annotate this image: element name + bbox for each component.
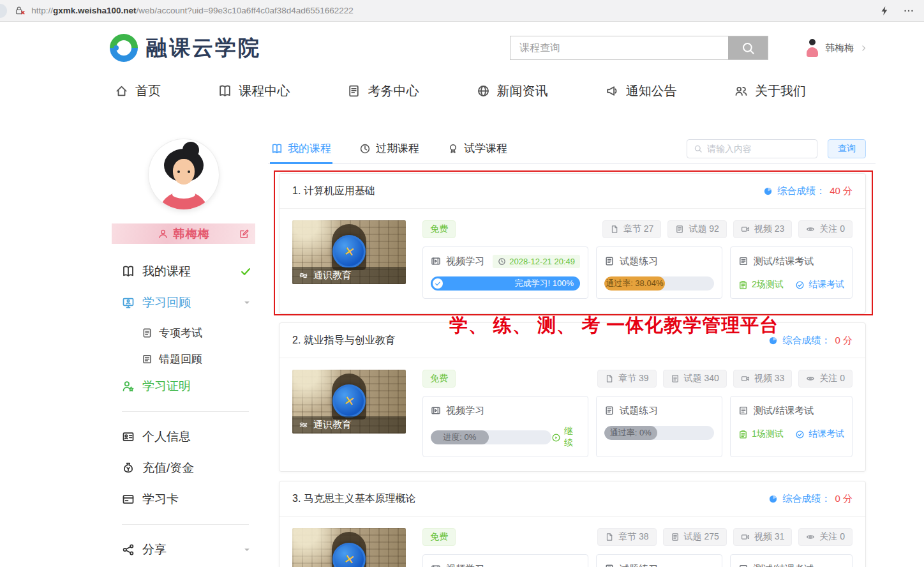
sidebar-subitem[interactable]: 专项考试 (122, 326, 255, 340)
card-icon (122, 493, 135, 506)
overall-score: 综合成绩： 40 分 (763, 185, 853, 197)
url-bar[interactable]: http://gxmk.weisha100.net/web/account?ui… (31, 6, 879, 15)
book-icon (218, 84, 232, 98)
thumb-label: 通识教育 (313, 419, 352, 431)
waves-icon (299, 271, 308, 280)
course-thumbnail[interactable]: ✕ 通识教育 (292, 220, 406, 284)
person-star-icon (122, 380, 135, 393)
site-logo[interactable]: 融课云学院 (110, 34, 261, 63)
thumb-label: 通识教育 (313, 269, 352, 282)
sidebar-item[interactable]: 我的课程 (122, 263, 253, 280)
stat-label: 章节 38 (618, 531, 648, 543)
tab-1[interactable]: 过期课程 (359, 141, 419, 163)
exam-doc-icon (738, 405, 749, 416)
nav-item-label: 关于我们 (755, 82, 806, 100)
course-title[interactable]: 2. 就业指导与创业教育 (292, 334, 396, 347)
browser-menu-icon[interactable] (904, 6, 914, 16)
filter-input[interactable] (707, 144, 810, 154)
final-exam-link[interactable]: 结课考试 (795, 428, 844, 440)
check-icon (433, 278, 443, 289)
url-domain: gxmk.weisha100.net (53, 6, 137, 15)
nav-item-label: 新闻资讯 (497, 82, 548, 100)
tests-link[interactable]: 2场测试 (738, 279, 784, 291)
sidebar-item[interactable]: 学习证明 (122, 378, 253, 395)
free-badge: 免费 (422, 370, 456, 388)
browser-bar: http://gxmk.weisha100.net/web/account?ui… (0, 0, 924, 22)
logo-text: 融课云学院 (146, 34, 261, 63)
stat-label: 视频 23 (754, 223, 784, 235)
caret-icon[interactable] (242, 545, 251, 554)
overall-score: 综合成绩： 0 分 (768, 493, 853, 505)
sidebar-item[interactable]: 学习卡 (122, 491, 253, 508)
film-icon (431, 564, 441, 567)
course-title[interactable]: 1. 计算机应用基础 (292, 185, 375, 198)
profile-name-banner[interactable]: 韩梅梅 (112, 223, 255, 244)
nav-item-1[interactable]: 课程中心 (218, 82, 290, 100)
video-bar-complete: 完成学习! 100% (431, 276, 580, 291)
course-filter: 查询 (687, 139, 866, 163)
sidebar-item[interactable]: 充值/资金 (122, 460, 253, 476)
query-button[interactable]: 查询 (828, 139, 866, 158)
thumbnail-caption: 通识教育 (292, 267, 406, 284)
filter-input-box (687, 139, 817, 158)
list-icon (142, 354, 153, 365)
search-button[interactable] (728, 36, 768, 59)
tab-label: 试学课程 (464, 141, 507, 156)
course-thumbnail[interactable]: ✕ 通识教育 (292, 528, 406, 567)
final-exam-icon (795, 280, 805, 290)
course-thumbnail[interactable]: ✕ 通识教育 (292, 370, 406, 434)
tab-0[interactable]: 我的课程 (271, 141, 331, 163)
stat-label: 试题 340 (684, 373, 719, 384)
nav-item-3[interactable]: 新闻资讯 (477, 82, 548, 100)
course-title[interactable]: 3. 马克思主义基本原理概论 (292, 492, 416, 506)
continue-link[interactable]: 继续 (551, 426, 580, 449)
nav-item-label: 考务中心 (368, 82, 419, 100)
course-stats: 章节 39试题 340视频 33关注 0 (597, 370, 853, 388)
sidebar-item[interactable]: 学习回顾 (122, 294, 253, 311)
score-value: 0 分 (835, 493, 853, 505)
stat-badge: 关注 0 (798, 370, 853, 388)
user-menu[interactable]: 韩梅梅 (805, 39, 868, 57)
film-icon (431, 405, 441, 416)
course-card-header: 2. 就业指导与创业教育 综合成绩： 0 分 (279, 323, 865, 358)
sidebar-item[interactable]: 个人信息 (122, 428, 253, 445)
main-content: 我的课程过期课程试学课程 查询 学、 练、 测、 考 一体化教学管理平台 1. … (268, 139, 876, 567)
practice-bar-track: 通过率: 38.04% (604, 276, 714, 291)
nav-item-4[interactable]: 通知公告 (606, 82, 677, 100)
stat-label: 试题 275 (684, 531, 719, 543)
final-exam-link[interactable]: 结课考试 (795, 279, 844, 291)
tab-label: 我的课程 (288, 141, 331, 156)
lightning-icon[interactable] (879, 6, 890, 16)
tests-label: 2场测试 (752, 279, 784, 291)
tab-2[interactable]: 试学课程 (447, 141, 507, 163)
chapter-icon (605, 533, 614, 541)
exam-doc-icon (738, 564, 749, 567)
sidebar-subitem[interactable]: 错题回顾 (122, 352, 255, 367)
tests-link[interactable]: 1场测试 (738, 428, 784, 440)
play-circle-icon (551, 433, 561, 442)
nav-item-5[interactable]: 关于我们 (734, 82, 806, 100)
final-exam-icon (795, 430, 805, 439)
sidebar-item[interactable]: 分享 (122, 541, 253, 558)
video-bar-track-wrap: 进度: 0% (431, 430, 551, 444)
caret-icon[interactable] (242, 298, 251, 307)
profile-avatar[interactable] (149, 139, 219, 209)
exam-panel-title: 测试/结课考试 (754, 405, 814, 417)
stat-badge: 章节 27 (602, 220, 661, 238)
sidebar-item-label: 我的课程 (142, 263, 191, 280)
eye-icon (806, 374, 815, 383)
score-label: 综合成绩： (777, 185, 825, 197)
course-card-body: ✕ 通识教育 免费 章节 27试题 92视频 23关注 0 视频学习 (279, 209, 865, 313)
edit-profile-icon[interactable] (239, 229, 250, 239)
thumbnail-emblem-icon: ✕ (332, 384, 366, 418)
thumbnail-caption: 通识教育 (292, 416, 406, 434)
video-icon (741, 225, 750, 234)
exam-panel: 测试/结课考试 1场测试 结课考试 (730, 554, 853, 567)
stat-badge: 关注 0 (798, 220, 853, 238)
nav-item-2[interactable]: 考务中心 (347, 82, 419, 100)
course-search-input[interactable] (510, 36, 728, 59)
course-list: 学、 练、 测、 考 一体化教学管理平台 1. 计算机应用基础 综合成绩： 40… (268, 173, 876, 567)
stat-label: 关注 0 (819, 223, 845, 235)
course-card-body: ✕ 通识教育 免费 章节 39试题 340视频 33关注 0 视频学习 (279, 358, 865, 471)
nav-item-0[interactable]: 首页 (115, 82, 161, 100)
